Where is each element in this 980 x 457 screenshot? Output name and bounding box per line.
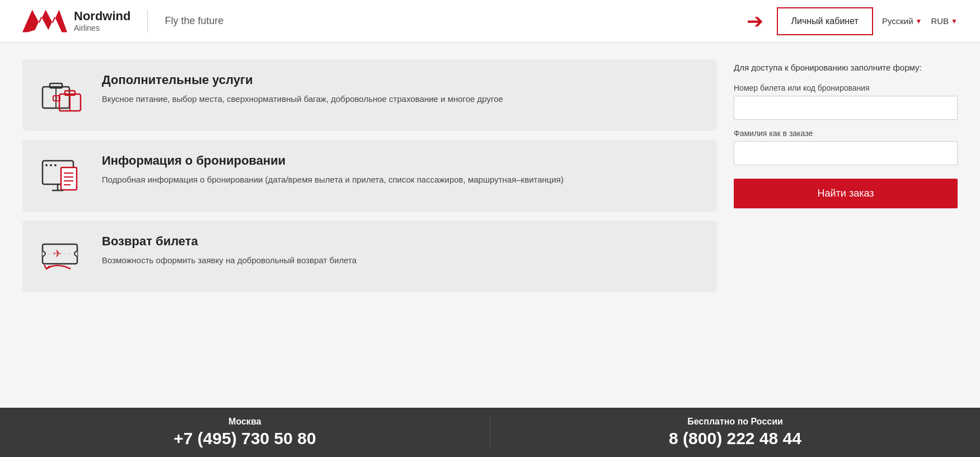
booking-form: Для доступа к бронированию заполните фор… [734,59,958,418]
svg-rect-13 [61,167,77,190]
free-phone-section: Бесплатно по России 8 (800) 222 48 44 [490,417,980,435]
card-ticket-refund[interactable]: ✈ Возврат билета Возможность оформить за… [22,221,717,292]
lang-selector[interactable]: Русский ▼ [882,16,922,26]
ticket-refund-title: Возврат билета [102,234,357,249]
currency-selector[interactable]: RUB ▼ [931,16,958,26]
arrow-indicator: ➔ [747,10,763,33]
brand-sub: Airlines [74,24,130,33]
ticket-refund-content: Возврат билета Возможность оформить заяв… [102,234,357,267]
ticket-refund-icon: ✈ [38,234,88,279]
booking-info-desc: Подробная информация о бронировании (дат… [102,174,564,186]
header-right: ➔ Личный кабинет Русский ▼ RUB ▼ [747,7,958,35]
main-content: Дополнительные услуги Вкусное питание, в… [0,43,980,435]
form-intro: Для доступа к бронированию заполните фор… [734,62,958,74]
moscow-phone-number: +7 (495) 730 50 80 [174,429,316,435]
logo-area: Nordwind Airlines [22,6,130,36]
additional-services-desc: Вкусное питание, выбор места, сверхнорма… [102,93,503,106]
free-phone-label: Бесплатно по России [687,417,783,427]
lk-button-wrapper[interactable]: Личный кабинет [777,7,873,35]
card-additional-services[interactable]: Дополнительные услуги Вкусное питание, в… [22,59,717,131]
ticket-refund-desc: Возможность оформить заявку на доброволь… [102,254,357,267]
tagline: Fly the future [165,15,746,27]
header: Nordwind Airlines Fly the future ➔ Личны… [0,0,980,43]
booking-info-icon [38,153,88,198]
svg-marker-0 [22,10,67,32]
logo-icon [22,6,67,36]
svg-point-8 [55,97,57,99]
logo-text: Nordwind Airlines [74,9,130,33]
card-booking-info[interactable]: Информация о бронировании Подробная инфо… [22,140,717,212]
free-phone-number: 8 (800) 222 48 44 [669,429,801,435]
currency-chevron-icon: ▼ [951,17,958,25]
lang-label: Русский [882,16,913,26]
moscow-city-label: Москва [228,417,261,427]
currency-label: RUB [931,16,949,26]
svg-point-11 [50,164,52,166]
lang-chevron-icon: ▼ [916,17,922,25]
svg-point-12 [54,164,57,166]
additional-services-icon [38,73,88,118]
search-button[interactable]: Найти заказ [734,179,958,208]
moscow-phone-section: Москва +7 (495) 730 50 80 [0,417,490,435]
ticket-field-group: Номер билета или код бронирования [734,83,958,120]
surname-input[interactable] [734,141,958,165]
cards-column: Дополнительные услуги Вкусное питание, в… [22,59,717,418]
surname-label: Фамилия как в заказе [734,129,958,138]
header-divider [147,10,148,32]
additional-services-title: Дополнительные услуги [102,73,503,87]
additional-services-content: Дополнительные услуги Вкусное питание, в… [102,73,503,106]
ticket-label: Номер билета или код бронирования [734,83,958,92]
brand-name: Nordwind [74,9,130,24]
booking-info-title: Информация о бронировании [102,153,564,168]
svg-point-10 [45,164,48,166]
lk-button[interactable]: Личный кабинет [779,11,871,32]
surname-field-group: Фамилия как в заказе [734,129,958,165]
phone-bar: Москва +7 (495) 730 50 80 Бесплатно по Р… [0,408,980,435]
booking-info-content: Информация о бронировании Подробная инфо… [102,153,564,186]
ticket-input[interactable] [734,96,958,120]
